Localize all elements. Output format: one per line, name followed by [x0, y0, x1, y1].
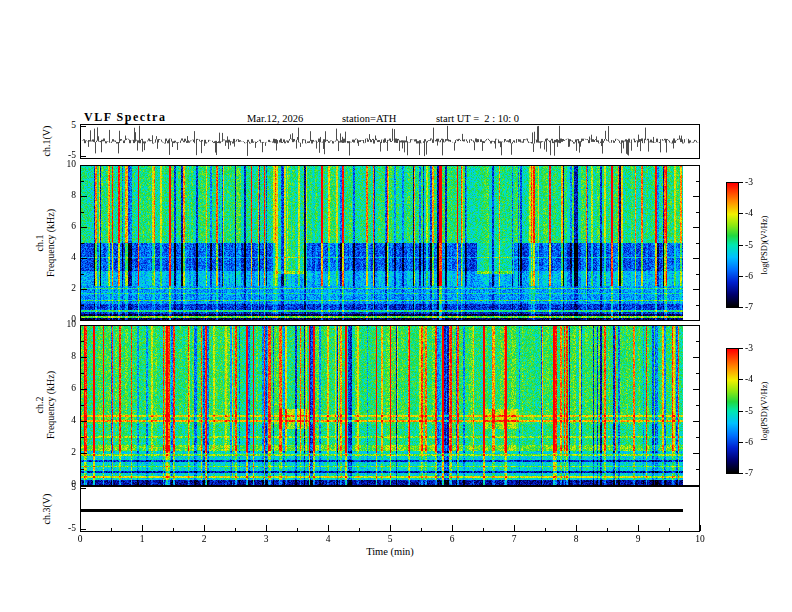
tick-mark	[693, 196, 699, 197]
tick-mark	[81, 469, 84, 470]
x-tick-label: 1	[130, 534, 154, 544]
tick-mark	[739, 182, 743, 183]
tick-mark	[81, 126, 86, 127]
tick-mark	[696, 305, 699, 306]
vlf-spectra-figure: VLF Spectra Mar.12, 2026 station=ATH sta…	[0, 0, 792, 612]
tick-mark	[81, 227, 87, 228]
y-tick-label: 2	[46, 447, 76, 457]
tick-mark	[576, 525, 577, 531]
tick-mark	[142, 525, 143, 531]
colorbar-tick-label: -6	[745, 437, 767, 447]
y-tick-label: 6	[46, 383, 76, 393]
colorbar-tick-label: -6	[745, 271, 767, 281]
ch1-spectrogram-heatmap	[81, 166, 699, 320]
ch2-spectrogram-panel	[80, 325, 700, 486]
tick-mark	[514, 525, 515, 531]
tick-mark	[696, 243, 699, 244]
x-tick-label: 7	[502, 534, 526, 544]
tick-mark	[739, 276, 743, 277]
y-tick-label: 2	[46, 283, 76, 293]
tick-mark	[696, 469, 699, 470]
tick-mark	[638, 525, 639, 531]
chart-title: VLF Spectra	[84, 110, 166, 125]
tick-mark	[739, 411, 743, 412]
ch1-waveform-canvas	[81, 125, 699, 158]
x-tick-label: 9	[626, 534, 650, 544]
x-tick-label: 3	[254, 534, 278, 544]
tick-mark	[607, 528, 608, 531]
y-tick-label: 8	[46, 351, 76, 361]
tick-mark	[669, 528, 670, 531]
tick-mark	[696, 274, 699, 275]
x-tick-label: 5	[378, 534, 402, 544]
tick-mark	[693, 258, 699, 259]
colorbar-2	[726, 348, 739, 474]
y-tick-label: 4	[46, 252, 76, 262]
tick-mark	[693, 227, 699, 228]
tick-mark	[81, 181, 84, 182]
tick-mark	[81, 341, 84, 342]
x-tick-label: 8	[564, 534, 588, 544]
tick-mark	[693, 485, 699, 486]
tick-mark	[81, 373, 84, 374]
tick-mark	[452, 525, 453, 531]
tick-mark	[696, 373, 699, 374]
colorbar-tick-label: -3	[745, 343, 767, 353]
tick-mark	[173, 528, 174, 531]
tick-mark	[81, 453, 87, 454]
tick-mark	[693, 453, 699, 454]
tick-mark	[81, 274, 84, 275]
tick-mark	[483, 528, 484, 531]
tick-mark	[81, 156, 86, 157]
tick-mark	[739, 307, 743, 308]
colorbar-tick-label: -7	[745, 468, 767, 478]
y-tick-label: 5	[46, 482, 76, 492]
tick-mark	[739, 379, 743, 380]
y-tick-label: -5	[46, 523, 76, 533]
tick-mark	[81, 243, 84, 244]
tick-mark	[81, 289, 87, 290]
ch2-frequency-axis-label: ch.2 Frequency (kHz)	[34, 371, 56, 439]
y-tick-label: 5	[46, 120, 76, 130]
y-tick-label: 10	[46, 319, 76, 329]
tick-mark	[81, 325, 87, 326]
ch2-spectrogram-heatmap	[81, 326, 699, 485]
tick-mark	[81, 212, 84, 213]
tick-mark	[111, 528, 112, 531]
ch1-spectrogram-panel	[80, 165, 700, 321]
y-tick-label: 6	[46, 221, 76, 231]
tick-mark	[739, 213, 743, 214]
frequency-khz-label: Frequency (kHz)	[45, 371, 56, 439]
y-tick-label: 8	[46, 190, 76, 200]
tick-mark	[739, 473, 743, 474]
tick-mark	[693, 165, 699, 166]
y-tick-label: 4	[46, 415, 76, 425]
tick-mark	[693, 389, 699, 390]
x-tick-label: 0	[68, 534, 92, 544]
colorbar-2-gradient	[727, 349, 738, 473]
tick-mark	[421, 528, 422, 531]
tick-mark	[235, 528, 236, 531]
tick-mark	[81, 529, 86, 530]
tick-mark	[81, 196, 87, 197]
start-ut-label: start UT = 2 : 10: 0	[436, 113, 519, 124]
tick-mark	[545, 528, 546, 531]
tick-mark	[696, 212, 699, 213]
tick-mark	[696, 341, 699, 342]
x-tick-label: 10	[688, 534, 712, 544]
date-label: Mar.12, 2026	[247, 113, 303, 124]
ch1-channel-label: ch.1	[34, 209, 45, 277]
tick-mark	[693, 289, 699, 290]
ch1-waveform-panel	[80, 124, 700, 159]
tick-mark	[693, 325, 699, 326]
ch2-channel-label: ch.2	[34, 371, 45, 439]
tick-mark	[81, 389, 87, 390]
colorbar-1	[726, 182, 739, 308]
tick-mark	[81, 488, 86, 489]
tick-mark	[739, 245, 743, 246]
tick-mark	[696, 181, 699, 182]
tick-mark	[81, 357, 87, 358]
tick-mark	[390, 525, 391, 531]
tick-mark	[696, 405, 699, 406]
colorbar-tick-label: -3	[745, 177, 767, 187]
